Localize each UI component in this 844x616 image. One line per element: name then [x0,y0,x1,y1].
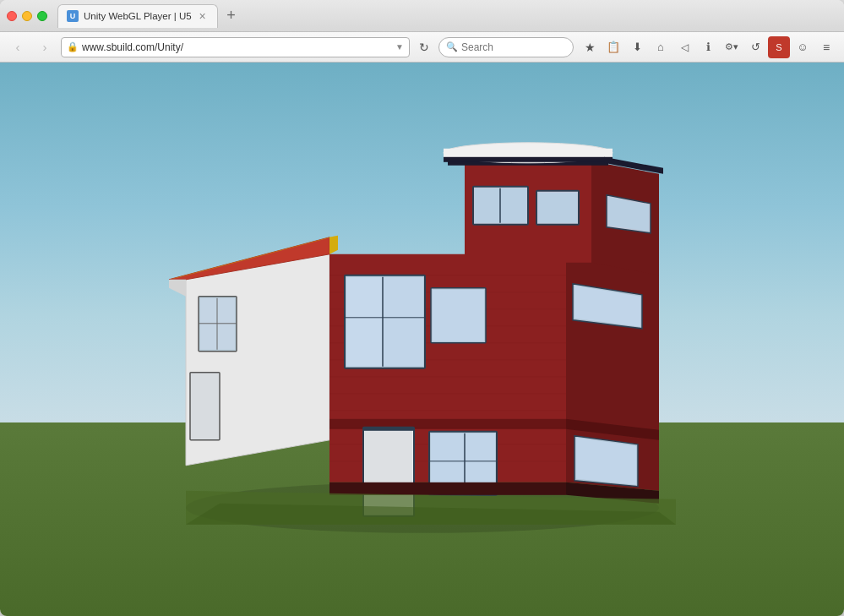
tab-title: Unity WebGL Player | U5 [84,11,192,21]
emoji-icon: ☺ [797,41,808,53]
svg-rect-60 [329,482,566,494]
profile-button[interactable]: S [768,36,790,58]
tab-bar: U Unity WebGL Player | U5 × + [57,4,837,28]
reading-list-icon: 📋 [607,41,620,53]
emoji-button[interactable]: ☺ [792,36,814,58]
svg-rect-44 [346,276,383,366]
address-bar-container: 🔒 ▼ [61,37,410,57]
nav-bar: ‹ › 🔒 ▼ ↻ 🔍 ★ 📋 ⬇ [0,32,844,63]
svg-marker-4 [329,235,338,253]
tab-close-button[interactable]: × [197,10,209,22]
dropdown-icon[interactable]: ▼ [395,42,404,52]
title-bar: U Unity WebGL Player | U5 × + [0,0,844,32]
svg-rect-33 [444,156,613,161]
browser-window: U Unity WebGL Player | U5 × + ‹ › 🔒 ▼ ↻ … [0,0,844,616]
bookmark-button[interactable]: ★ [579,36,601,58]
home-icon: ⌂ [657,41,664,53]
home-button[interactable]: ⌂ [650,36,672,58]
share-icon: ◁ [681,41,689,53]
menu-button[interactable]: ≡ [815,36,837,58]
building-render [135,93,710,566]
hamburger-icon: ≡ [823,41,830,54]
canvas [0,63,844,616]
svg-rect-48 [433,289,484,341]
svg-rect-53 [363,427,414,430]
viewport[interactable] [0,63,844,616]
history-icon: ↺ [751,41,760,53]
search-icon: 🔍 [446,41,458,52]
tab-favicon: U [67,10,79,22]
download-icon: ⬇ [633,41,642,53]
reading-list-button[interactable]: 📋 [602,36,624,58]
info-button[interactable]: ℹ [697,36,719,58]
history-button[interactable]: ↺ [744,36,766,58]
info-icon: ℹ [706,41,711,53]
search-bar-container: 🔍 [438,37,574,57]
back-button[interactable]: ‹ [7,36,29,58]
svg-rect-10 [190,372,220,439]
refresh-button[interactable]: ↻ [415,38,433,57]
extension-button[interactable]: ⚙▾ [721,36,743,58]
lock-icon: 🔒 [67,41,79,52]
minimize-button[interactable] [22,11,32,21]
active-tab[interactable]: U Unity WebGL Player | U5 × [57,4,218,28]
maximize-button[interactable] [37,11,47,21]
toolbar-icons: ★ 📋 ⬇ ⌂ ◁ ℹ ⚙▾ ↺ S [579,36,837,58]
search-input[interactable] [461,41,563,53]
new-tab-button[interactable]: + [221,6,242,26]
download-button[interactable]: ⬇ [626,36,648,58]
address-bar[interactable] [82,41,392,53]
forward-button[interactable]: › [34,36,56,58]
traffic-lights [7,11,47,21]
extension-icon: ⚙▾ [725,41,738,52]
profile-icon: S [776,42,781,52]
svg-marker-3 [169,279,186,296]
share-button[interactable]: ◁ [673,36,695,58]
close-button[interactable] [7,11,17,21]
svg-rect-39 [538,192,577,222]
